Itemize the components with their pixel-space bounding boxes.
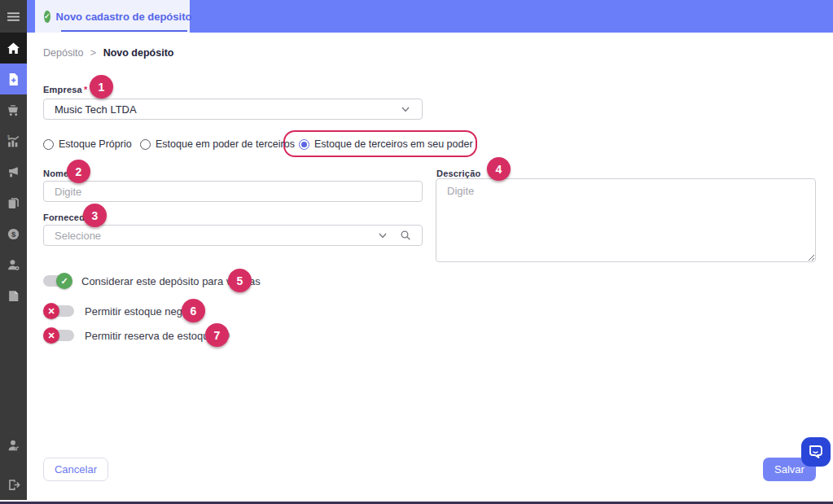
toggle-off-x-icon: ✕ <box>43 327 59 344</box>
annotation-badge-5: 5 <box>228 269 252 292</box>
documents-icon <box>7 196 20 210</box>
fornecedor-select[interactable]: Selecione <box>43 225 423 246</box>
annotation-badge-3: 3 <box>83 204 107 227</box>
annotation-badge-6: 6 <box>182 299 205 322</box>
descricao-label: Descrição <box>436 169 480 178</box>
hamburger-menu-button[interactable] <box>0 0 27 33</box>
nome-input-wrap <box>43 181 423 202</box>
radio-circle-icon <box>43 139 54 150</box>
svg-text:$: $ <box>7 134 10 139</box>
breadcrumb: Depósito > Novo depósito <box>43 47 173 59</box>
toggle-track: ✓ <box>43 275 71 287</box>
empresa-select[interactable]: Music Tech LTDA <box>43 99 423 120</box>
topbar: ✓ Novo cadastro de depósito <box>27 0 833 33</box>
svg-text:$: $ <box>11 229 16 238</box>
toggle-off-x-icon: ✕ <box>43 303 59 319</box>
radio-estoque-terceiros-seu-poder[interactable]: Estoque de terceiros em seu poder <box>299 138 473 150</box>
sidebar-spacer <box>0 311 27 430</box>
sidebar-item-support[interactable] <box>0 430 27 461</box>
toggle-track: ✕ <box>46 305 74 317</box>
sidebar-item-files[interactable] <box>0 280 27 311</box>
fornecedor-placeholder: Selecione <box>55 230 377 242</box>
tab-label: Novo cadastro de depósito <box>56 11 192 23</box>
sidebar-item-marketing[interactable] <box>0 156 27 187</box>
search-icon[interactable] <box>400 230 411 241</box>
check-circle-icon: ✓ <box>44 11 50 23</box>
hamburger-icon <box>7 10 20 24</box>
sales-chart-icon: $ <box>7 134 20 148</box>
toggle-reserva-estoque[interactable]: ✕ Permitir reserva de estoque <box>46 327 230 344</box>
app-window: $ $ ✓ Novo cadastro de depósito <box>0 0 833 504</box>
chevron-down-icon <box>400 103 411 115</box>
annotation-badge-7: 7 <box>205 323 229 347</box>
radio-circle-icon <box>140 139 151 150</box>
dollar-coin-icon: $ <box>7 227 20 241</box>
logout-icon <box>7 478 20 492</box>
sidebar-item-new-document[interactable] <box>0 64 27 94</box>
radio-estoque-proprio[interactable]: Estoque Próprio <box>43 138 132 150</box>
home-icon <box>7 42 20 55</box>
sidebar-item-logout[interactable] <box>0 469 27 500</box>
sidebar: $ $ <box>0 0 27 500</box>
empresa-label: Empresa* <box>43 85 87 94</box>
sidebar-item-contacts[interactable] <box>0 249 27 280</box>
file-icon <box>7 289 20 303</box>
toggle-track: ✕ <box>46 330 74 341</box>
toggle-on-check-icon: ✓ <box>56 273 72 289</box>
annotation-badge-4: 4 <box>487 157 511 181</box>
sidebar-item-home[interactable] <box>0 33 27 64</box>
sidebar-item-purchases[interactable] <box>0 94 27 125</box>
tab-novo-cadastro-deposito[interactable]: ✓ Novo cadastro de depósito <box>35 0 190 33</box>
descricao-textarea[interactable] <box>436 178 816 262</box>
sidebar-item-sales[interactable]: $ <box>0 125 27 156</box>
nome-input[interactable] <box>44 182 422 201</box>
megaphone-icon <box>7 165 20 179</box>
user-support-icon <box>7 439 20 453</box>
breadcrumb-parent[interactable]: Depósito <box>43 47 83 59</box>
chevron-down-icon <box>377 230 388 241</box>
annotation-badge-2: 2 <box>67 160 90 183</box>
chat-widget-button[interactable] <box>801 437 831 467</box>
sidebar-item-reports[interactable] <box>0 187 27 218</box>
breadcrumb-current: Novo depósito <box>103 47 174 59</box>
breadcrumb-separator: > <box>90 47 96 59</box>
chat-bubble-icon <box>807 443 825 461</box>
sidebar-item-finance[interactable]: $ <box>0 218 27 249</box>
shopping-cart-icon <box>7 103 20 117</box>
descricao-textarea-wrap <box>436 178 816 262</box>
annotation-badge-1: 1 <box>90 75 113 99</box>
radio-selected-icon <box>299 139 309 150</box>
main-content: Depósito > Novo depósito Empresa* 1 Musi… <box>27 33 833 500</box>
active-tab-underline <box>61 30 187 32</box>
user-settings-icon <box>7 258 20 272</box>
stock-type-radio-group: Estoque Próprio Estoque em poder de terc… <box>27 134 833 161</box>
cancel-button[interactable]: Cancelar <box>43 458 108 481</box>
required-asterisk: * <box>84 85 87 94</box>
radio-estoque-poder-terceiros[interactable]: Estoque em poder de terceiros <box>140 138 295 150</box>
empresa-selected-value: Music Tech LTDA <box>55 103 400 116</box>
new-document-icon <box>7 72 20 86</box>
